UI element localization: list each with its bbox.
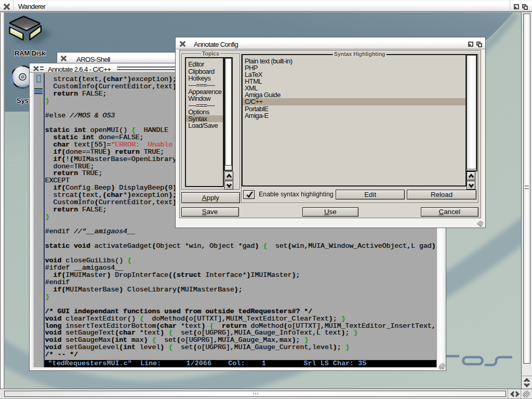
svg-text:RAM Disk: RAM Disk [15, 49, 46, 57]
